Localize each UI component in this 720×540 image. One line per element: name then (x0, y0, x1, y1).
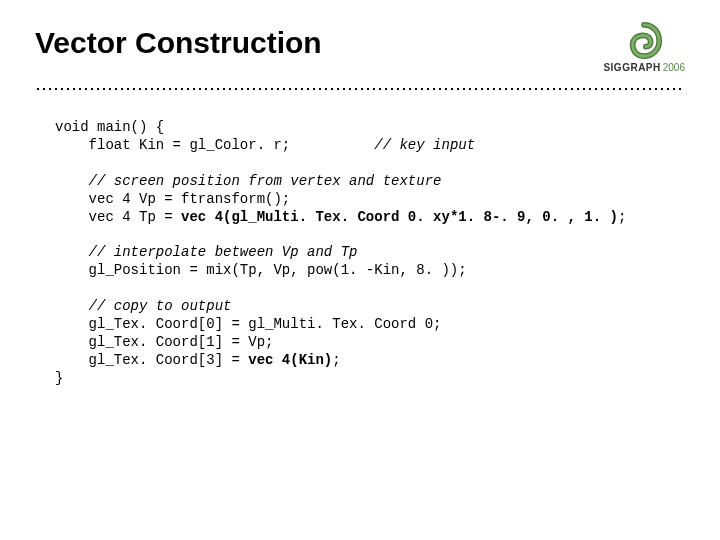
code-line: } (55, 370, 63, 386)
code-comment: // copy to output (55, 298, 231, 314)
code-bold: vec 4(Kin) (248, 352, 332, 368)
code-line: gl_Tex. Coord[0] = gl_Multi. Tex. Coord … (55, 316, 441, 332)
code-bold: vec 4(gl_Multi. Tex. Coord 0. xy*1. 8-. … (181, 209, 618, 225)
code-line: void main() { (55, 119, 164, 135)
siggraph-logo: SIGGRAPH 2006 (603, 22, 685, 73)
code-comment: // screen position from vertex and textu… (55, 173, 441, 189)
code-line: vec 4 Tp = (55, 209, 181, 225)
code-line: ; (332, 352, 340, 368)
code-line: vec 4 Vp = ftransform(); (55, 191, 290, 207)
code-line: gl_Tex. Coord[3] = (55, 352, 248, 368)
slide: Vector Construction SIGGRAPH 2006 void m… (0, 0, 720, 388)
code-line: ; (618, 209, 626, 225)
code-line: gl_Position = mix(Tp, Vp, pow(1. -Kin, 8… (55, 262, 467, 278)
swirl-icon (624, 22, 664, 60)
code-comment: // interpolate between Vp and Tp (55, 244, 357, 260)
header: Vector Construction SIGGRAPH 2006 (35, 20, 685, 73)
code-comment: // key input (374, 137, 475, 153)
code-block: void main() { float Kin = gl_Color. r; /… (55, 119, 685, 388)
brand-text: SIGGRAPH 2006 (603, 62, 685, 73)
page-title: Vector Construction (35, 20, 322, 60)
brand-year: 2006 (663, 62, 685, 73)
code-line: float Kin = gl_Color. r; (55, 137, 374, 153)
dotted-divider (35, 87, 685, 91)
code-line: gl_Tex. Coord[1] = Vp; (55, 334, 273, 350)
brand-name: SIGGRAPH (603, 62, 660, 73)
